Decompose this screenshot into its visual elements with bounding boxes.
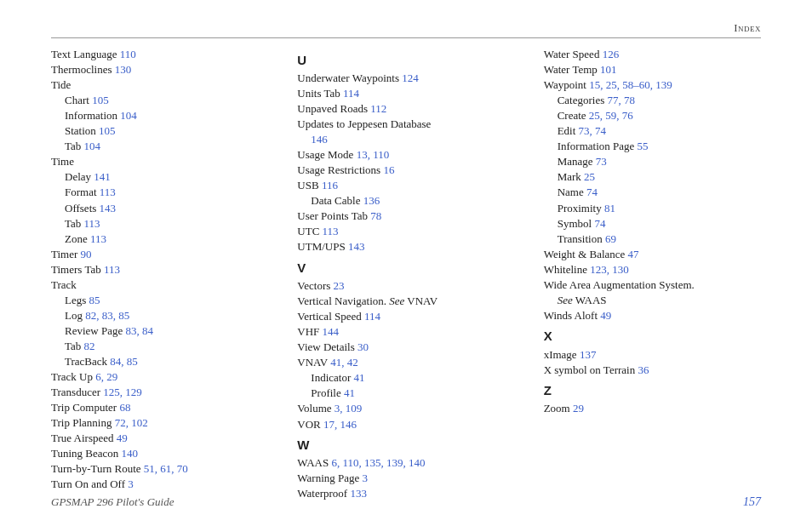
index-pages[interactable]: 146: [311, 133, 328, 146]
index-term: Trip Computer: [51, 401, 117, 414]
index-pages[interactable]: 126: [603, 48, 620, 60]
index-pages[interactable]: 143: [100, 202, 117, 214]
index-term: Units Tab: [297, 87, 340, 100]
index-entry: Timer 90: [51, 247, 268, 262]
index-pages[interactable]: 105: [99, 124, 116, 137]
index-pages[interactable]: 41, 42: [330, 356, 358, 369]
index-pages[interactable]: 140: [122, 447, 139, 460]
index-pages[interactable]: 69: [605, 232, 616, 245]
index-pages[interactable]: 41: [344, 386, 355, 399]
section-letter: Z: [544, 382, 761, 399]
index-term: Track: [51, 278, 77, 291]
index-pages[interactable]: 124: [402, 71, 419, 84]
index-pages[interactable]: 29: [573, 402, 584, 415]
index-pages[interactable]: 16: [383, 163, 394, 176]
index-pages[interactable]: 78: [370, 209, 381, 222]
index-pages[interactable]: 125, 129: [103, 386, 142, 398]
index-pages[interactable]: 49: [117, 432, 128, 444]
index-term: Information Page: [558, 140, 635, 152]
index-pages[interactable]: 137: [580, 348, 597, 361]
index-pages[interactable]: 3, 109: [335, 402, 363, 415]
index-term: UTC: [297, 225, 319, 237]
index-pages[interactable]: 3: [363, 472, 369, 484]
index-term: Mark: [558, 170, 581, 183]
index-pages[interactable]: 136: [363, 194, 380, 207]
index-pages[interactable]: 81: [604, 202, 615, 214]
index-pages[interactable]: 30: [357, 340, 369, 353]
index-pages[interactable]: 49: [600, 309, 611, 322]
index-term: VNAV: [297, 356, 328, 369]
index-pages[interactable]: 113: [84, 217, 100, 230]
index-pages[interactable]: 72, 102: [115, 416, 148, 429]
index-pages[interactable]: 73, 74: [579, 124, 607, 137]
index-entry: Turn-by-Turn Route 51, 61, 70: [51, 461, 268, 477]
index-entry: Transducer 125, 129: [51, 385, 268, 400]
index-column: Text Language 110Thermoclines 130TideCha…: [51, 47, 268, 502]
index-entry: Units Tab 114: [297, 86, 514, 101]
index-pages[interactable]: 130: [115, 63, 132, 76]
index-pages[interactable]: 141: [94, 170, 111, 183]
index-pages[interactable]: 104: [84, 140, 101, 152]
index-pages[interactable]: 41: [354, 371, 365, 384]
index-pages[interactable]: 113: [323, 225, 339, 237]
index-pages[interactable]: 13, 110: [357, 148, 390, 161]
index-pages[interactable]: 114: [364, 310, 380, 323]
index-see: See: [558, 294, 573, 306]
index-see: See: [389, 294, 404, 307]
index-entry: VNAV 41, 42: [297, 355, 514, 370]
index-term: Volume: [297, 402, 331, 415]
index-pages[interactable]: 114: [343, 87, 359, 100]
index-pages[interactable]: 116: [322, 179, 338, 192]
index-pages[interactable]: 15, 25, 58–60, 139: [589, 78, 672, 91]
index-pages[interactable]: 23: [334, 279, 345, 292]
index-pages[interactable]: 74: [586, 186, 598, 198]
index-term: UTM/UPS: [297, 240, 345, 253]
index-pages[interactable]: 144: [323, 325, 340, 338]
index-term: Water Speed: [544, 48, 600, 60]
index-pages[interactable]: 25, 59, 76: [589, 109, 633, 122]
index-pages[interactable]: 90: [81, 248, 92, 260]
index-see-ref: WAAS: [575, 294, 607, 306]
index-pages[interactable]: 84, 85: [110, 355, 138, 368]
index-entry: View Details 30: [297, 340, 514, 355]
index-pages[interactable]: 104: [120, 109, 137, 122]
index-pages[interactable]: 6, 110, 135, 139, 140: [331, 456, 425, 469]
index-entry: Information 104: [51, 108, 268, 123]
index-pages[interactable]: 47: [628, 248, 639, 260]
index-pages[interactable]: 112: [370, 102, 386, 115]
index-pages[interactable]: 77, 78: [608, 94, 636, 106]
index-pages[interactable]: 113: [90, 232, 106, 245]
index-pages[interactable]: 83, 84: [125, 324, 153, 337]
index-pages[interactable]: 113: [104, 263, 120, 276]
index-entry: Proximity 81: [544, 201, 761, 216]
index-pages[interactable]: 73: [596, 155, 607, 168]
index-term: Track Up: [51, 370, 93, 383]
index-pages[interactable]: 82: [84, 340, 95, 352]
index-pages[interactable]: 17, 146: [323, 418, 357, 431]
index-pages[interactable]: 55: [638, 140, 649, 152]
index-pages[interactable]: 6, 29: [95, 370, 117, 383]
index-pages[interactable]: 3: [128, 477, 134, 490]
index-pages[interactable]: 74: [594, 217, 605, 230]
index-term: Format: [65, 186, 97, 198]
index-pages[interactable]: 85: [89, 294, 100, 306]
index-entry: Offsets 143: [51, 201, 268, 216]
index-pages[interactable]: 110: [120, 48, 136, 60]
index-term: Vertical Navigation.: [297, 294, 386, 307]
index-term: Underwater Waypoints: [297, 71, 399, 84]
index-pages[interactable]: 123, 130: [590, 263, 629, 276]
index-pages[interactable]: 25: [584, 170, 595, 183]
index-term: VHF: [297, 325, 319, 338]
index-pages[interactable]: 143: [348, 240, 365, 253]
index-pages[interactable]: 36: [638, 363, 649, 376]
index-term: Tuning Beacon: [51, 447, 118, 460]
index-entry: VHF 144: [297, 324, 514, 340]
index-pages[interactable]: 51, 61, 70: [144, 462, 188, 475]
index-term: Winds Aloft: [544, 309, 598, 322]
index-pages[interactable]: 105: [92, 94, 109, 106]
index-pages[interactable]: 101: [600, 63, 617, 76]
index-pages[interactable]: 82, 83, 85: [85, 309, 129, 322]
index-pages[interactable]: 113: [100, 186, 116, 198]
index-entry: Whiteline 123, 130: [544, 262, 761, 277]
index-pages[interactable]: 68: [119, 401, 130, 414]
